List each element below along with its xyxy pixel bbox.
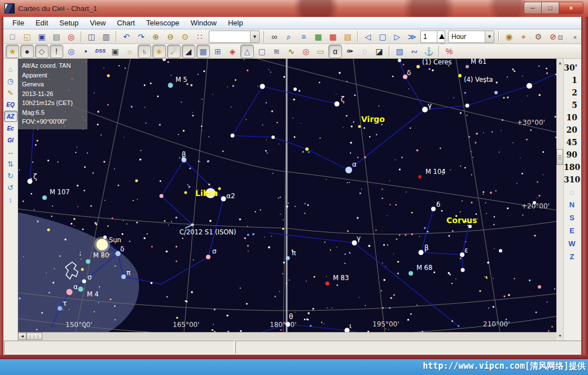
save-chart-button[interactable]: ▣ (35, 30, 49, 43)
distance-measure-button[interactable]: ▭ (314, 45, 327, 58)
comet-ison[interactable] (191, 223, 194, 226)
fov-45[interactable]: 45 (564, 138, 580, 150)
direction-Z[interactable]: Z (564, 252, 580, 265)
menu-help[interactable]: Help (222, 18, 249, 28)
show-horizon-button[interactable]: ◢ (182, 45, 195, 58)
fov-180[interactable]: 180 (564, 163, 580, 175)
show-asteroids-button[interactable]: ∗ (152, 45, 166, 58)
calendar-button[interactable]: ▦ (311, 30, 325, 43)
scroll-thumb[interactable]: ❘❘❘ (27, 333, 42, 340)
observing-list-button[interactable]: ▧ (393, 45, 406, 58)
flip-vertical-button[interactable]: ⇅ (4, 158, 17, 169)
zoom-in-button[interactable]: ⊕ (149, 30, 163, 43)
sky-background-button[interactable]: ☼ (123, 45, 137, 58)
horizontal-scrollbar[interactable]: ◄ ❘❘❘ (18, 332, 556, 340)
zoom-out-button[interactable]: ⊖ (164, 30, 177, 43)
equatorial-grid-button[interactable]: ⊞ (211, 45, 225, 58)
time-stop-button[interactable]: ▢ (376, 30, 389, 43)
menu-telescope[interactable]: Telescope (141, 18, 185, 28)
azimuth-grid-button[interactable]: ▦ (196, 45, 210, 58)
fov-scrollbar[interactable]: ▲ ▼ (556, 59, 564, 340)
rotate-ccw-button[interactable]: ↺ (4, 182, 17, 193)
menu-chart[interactable]: Chart (111, 18, 141, 28)
show-comets-button[interactable]: ☄ (167, 45, 181, 58)
sky-svg[interactable]: VirgoLibraCorvus+30°00'+20°00'150°00'165… (18, 59, 556, 332)
close-button[interactable]: × (559, 2, 583, 14)
fov-scroll-up-icon[interactable]: ▲ (557, 60, 563, 66)
anchor-toolbar-button[interactable]: ⚓ (422, 45, 436, 58)
chart-settings-button[interactable]: ✎ (4, 87, 17, 98)
print-button[interactable]: ▤ (50, 30, 63, 43)
fov-20[interactable]: 20 (564, 125, 580, 138)
telescope-park-button[interactable]: ◉ (502, 30, 516, 43)
fov-2[interactable]: 2 (564, 88, 580, 101)
fov-combobox[interactable]: ▼ (209, 30, 260, 43)
show-stars-button[interactable]: ★ (6, 45, 19, 58)
menu-setup[interactable]: Setup (54, 18, 84, 28)
camera-frame-button[interactable]: ▣ (108, 45, 122, 58)
direction-S[interactable]: S (564, 213, 580, 226)
dropdown-arrow-icon[interactable]: ▼ (485, 31, 494, 42)
time-back-button[interactable]: ◁ (361, 30, 375, 43)
close-toolbar-button[interactable]: × (568, 30, 582, 44)
scroll-left-button[interactable]: ◄ (18, 333, 27, 340)
ecliptic-coordinates-button[interactable]: Ec (4, 123, 17, 134)
constellation-art-button[interactable]: ◌ (358, 45, 371, 58)
constellation-boundaries-button[interactable]: ▢ (255, 45, 269, 58)
label-cursor-button[interactable]: α▸ (343, 45, 357, 58)
search-button[interactable]: ∞ (267, 30, 281, 43)
constellation-lines-button[interactable]: △ (240, 45, 254, 58)
menu-view[interactable]: View (84, 18, 111, 28)
az-coordinates-button[interactable]: AZ (4, 111, 17, 122)
minimize-button[interactable]: ─ (524, 2, 541, 14)
telescope-target-button[interactable]: ⌖ (517, 30, 530, 43)
time-unit-combobox[interactable]: Hour▼ (448, 30, 494, 43)
time-play-button[interactable]: ▷ (390, 30, 404, 43)
fov-30'[interactable]: 30' (564, 63, 580, 76)
redo-button[interactable]: ↷ (134, 30, 148, 43)
dropdown-arrow-icon[interactable]: ▼ (250, 31, 259, 42)
galactic-coordinates-button[interactable]: Gl (4, 134, 17, 146)
eq-coordinates-button[interactable]: EQ (4, 99, 17, 110)
night-vision-button[interactable]: ◪ (372, 45, 386, 58)
maximize-button[interactable]: □ (541, 2, 559, 14)
menu-edit[interactable]: Edit (30, 18, 54, 28)
field-circle-button[interactable]: ◎ (299, 45, 313, 58)
server-connection-button[interactable]: ∾ (407, 45, 421, 58)
fov-1[interactable]: 1 (564, 76, 580, 88)
rotate-cw-button[interactable]: ↻ (4, 170, 17, 181)
star-magnitude-button[interactable]: ∷ (193, 30, 207, 43)
show-nebula-images-button[interactable]: • (79, 45, 93, 58)
direction-W[interactable]: W (564, 239, 580, 252)
fov-310[interactable]: 310 (564, 175, 580, 188)
menu-window[interactable]: Window (185, 18, 222, 28)
zoom-box-button[interactable]: ⊙ (178, 30, 192, 43)
telescope-config-button[interactable]: ⚙ (532, 30, 545, 43)
fov-scroll-down-icon[interactable]: ▼ (557, 333, 563, 339)
milky-way-button[interactable]: ≋ (270, 45, 283, 58)
copy-chart-button[interactable]: ◫ (85, 30, 98, 43)
open-chart-button[interactable]: ◱ (20, 30, 34, 43)
greek-labels-button[interactable]: α (328, 45, 342, 58)
phase-correction-button[interactable]: % (442, 45, 456, 58)
multi-window-button[interactable]: ▥ (99, 30, 113, 43)
search-position-button[interactable]: ⌕ (282, 30, 296, 43)
fov-90[interactable]: 90 (564, 150, 580, 163)
new-chart-button[interactable]: □ (6, 30, 19, 43)
fov-10[interactable]: 10 (564, 113, 580, 125)
undo-button[interactable]: ↶ (120, 30, 133, 43)
show-nebulae-button[interactable]: ● (20, 45, 34, 58)
date-time-button[interactable]: ◷ (4, 75, 17, 86)
fov-scroll-thumb[interactable] (556, 149, 563, 165)
compass-button[interactable]: ◈ (226, 45, 239, 58)
sun[interactable] (96, 239, 108, 250)
show-outlines-button[interactable]: ◇ (35, 45, 49, 58)
flip-horizontal-button[interactable]: ↔ (4, 146, 17, 158)
object-list-button[interactable]: ≡ (297, 30, 310, 43)
calendar-date-button[interactable]: ▦ (326, 30, 340, 43)
legend-button[interactable]: ▤ (341, 30, 354, 43)
title-bar[interactable]: Cartes du Ciel - Chart_1 ─ □ × (0, 0, 588, 17)
time-step-input[interactable]: 1▲▼ (420, 30, 445, 43)
direction-E[interactable]: E (564, 226, 580, 239)
spin-up-icon[interactable]: ▲ (437, 31, 445, 41)
